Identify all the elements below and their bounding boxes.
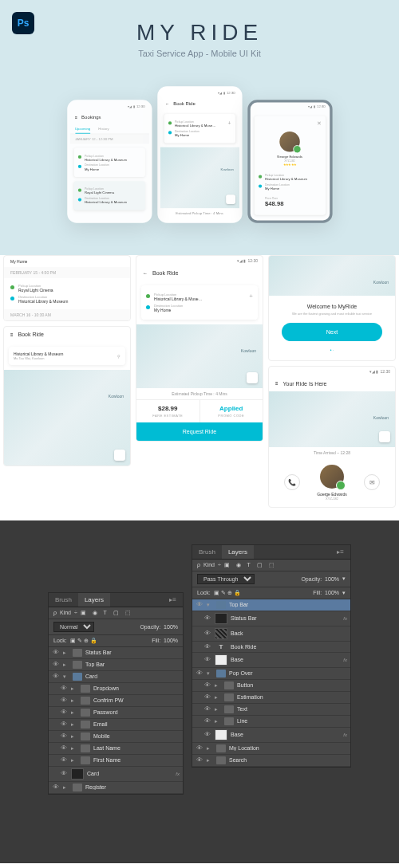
visibility-icon[interactable]: 👁 [203, 643, 211, 650]
visibility-icon[interactable]: 👁 [203, 615, 211, 622]
tab-history[interactable]: History [98, 124, 109, 134]
visibility-icon[interactable]: 👁 [60, 709, 68, 716]
visibility-icon[interactable]: 👁 [203, 731, 211, 738]
layer-row[interactable]: 👁Basefx [192, 653, 350, 668]
layer-row[interactable]: 👁▸Estimation [192, 692, 350, 704]
visibility-icon[interactable]: 👁 [60, 756, 68, 764]
add-icon[interactable]: + [249, 293, 253, 300]
photoshop-icon: Ps [12, 12, 34, 34]
layer-row[interactable]: 👁▸Last Name [49, 743, 183, 755]
map[interactable] [4, 370, 130, 465]
booking-card[interactable]: Pickup LocationRoyal Light Cinema Destin… [73, 181, 144, 210]
visibility-icon[interactable]: 👁 [203, 693, 211, 701]
layer-row[interactable]: 👁▾Card [49, 671, 183, 683]
phone-bookings: ▾◢ ▮12:30 ≡ Bookings Upcoming History JA… [67, 100, 152, 223]
price: $48.98 [265, 200, 283, 207]
search-icon[interactable]: ⚲ [117, 354, 120, 359]
layer-row[interactable]: 👁▸Search [192, 755, 350, 767]
visibility-icon[interactable]: 👁 [203, 656, 211, 663]
close-icon[interactable]: ✕ [317, 120, 322, 127]
visibility-icon[interactable]: 👁 [196, 601, 203, 608]
visibility-icon[interactable]: 👁 [60, 685, 68, 692]
layer-row[interactable]: 👁Cardfx [49, 767, 183, 782]
photoshop-section: Brush Layers ▸≡ ρKind÷ ▣ ◉ T ▢ ⬚ Normal … [0, 520, 399, 863]
search-card[interactable]: Historical Library & MuseumMa Tau Wai, K… [9, 347, 125, 365]
map[interactable] [269, 391, 395, 447]
next-button[interactable]: Next [282, 323, 382, 341]
visibility-icon[interactable]: 👁 [52, 649, 60, 656]
layer-row[interactable]: 👁Basefx [192, 728, 350, 743]
visibility-icon[interactable]: 👁 [203, 705, 211, 713]
menu-icon[interactable]: ≡ [75, 115, 77, 119]
layer-row[interactable]: 👁▸Dropdown [49, 683, 183, 695]
layer-row[interactable]: 👁Back [192, 626, 350, 642]
back-icon[interactable]: ← [165, 101, 169, 105]
visibility-icon[interactable]: 👁 [203, 630, 211, 637]
tab-upcoming[interactable]: Upcoming [75, 124, 90, 134]
visibility-icon[interactable]: 👁 [203, 717, 211, 725]
visibility-icon[interactable]: 👁 [60, 732, 68, 740]
layer-row[interactable]: 👁▸Button [192, 680, 350, 692]
hero-subtitle: Taxi Service App - Mobile UI Kit [0, 49, 399, 58]
layer-row[interactable]: 👁TBook Ride [192, 642, 350, 653]
layer-row[interactable]: 👁▾Top Bar [192, 599, 350, 611]
screen-bookride-full: ▾◢ ▮12:30 ←Book Ride Pickup LocationHist… [136, 255, 263, 442]
visibility-icon[interactable]: 👁 [52, 661, 60, 668]
lock-icons[interactable]: ▣ ✎ ⊕ 🔒 [214, 590, 241, 596]
layer-row[interactable]: 👁▸My Location [192, 743, 350, 755]
layer-row[interactable]: 👁Status Barfx [192, 611, 350, 626]
driver-avatar [320, 465, 344, 489]
visibility-icon[interactable]: 👁 [60, 770, 68, 777]
lock-icons[interactable]: ▣ ✎ ⊕ 🔒 [70, 638, 97, 644]
layer-row[interactable]: 👁▸Confrim PW [49, 695, 183, 707]
booking-card[interactable]: Pickup LocationHistorical Library & Muse… [73, 148, 144, 178]
blend-mode-select[interactable]: Pass Through [197, 574, 255, 584]
blend-mode-select[interactable]: Normal [53, 622, 94, 632]
layer-row[interactable]: 👁▸First Name [49, 755, 183, 767]
layer-filter-icons[interactable]: ▣ ◉ T ▢ ⬚ [224, 562, 277, 568]
back-icon[interactable]: ← [143, 271, 148, 276]
phone-bookride: ▾◢ ▮12:30 ← Book Ride Pickup LocationHis… [157, 86, 242, 223]
visibility-icon[interactable]: 👁 [60, 697, 68, 704]
layer-row[interactable]: 👁▸Password [49, 707, 183, 719]
map[interactable] [136, 324, 263, 388]
layer-row[interactable]: 👁▸Status Bar [49, 647, 183, 659]
visibility-icon[interactable]: 👁 [60, 744, 68, 752]
visibility-icon[interactable]: 👁 [196, 670, 203, 677]
layers-tab[interactable]: Layers [222, 545, 254, 559]
visibility-icon[interactable]: 👁 [203, 681, 211, 689]
layer-filter-icons[interactable]: ▣ ◉ T ▢ ⬚ [81, 610, 133, 616]
visibility-icon[interactable]: 👁 [52, 673, 60, 680]
layer-row[interactable]: 👁▸Top Bar [49, 659, 183, 671]
layer-row[interactable]: 👁▸Register [49, 782, 183, 794]
brush-tab[interactable]: Brush [49, 593, 78, 607]
locate-button[interactable] [226, 194, 235, 204]
locate-button[interactable] [114, 450, 125, 461]
menu-icon[interactable]: ≡ [10, 332, 14, 337]
welcome-text: We are the fastest growing and most reli… [275, 312, 389, 316]
brush-tab[interactable]: Brush [192, 545, 222, 559]
map[interactable] [160, 147, 239, 209]
layer-row[interactable]: 👁▸Line [192, 716, 350, 728]
fare-row: $28.99FARE ESTIMATE AppliedPROMO CODE [136, 399, 263, 422]
locate-button[interactable] [379, 431, 390, 442]
menu-icon[interactable]: ≡ [275, 381, 279, 386]
layer-row[interactable]: 👁▸Text [192, 704, 350, 716]
visibility-icon[interactable]: 👁 [196, 744, 203, 752]
layer-row[interactable]: 👁▸Mobile [49, 731, 183, 743]
panel-menu-icon[interactable]: ▸≡ [330, 545, 350, 559]
visibility-icon[interactable]: 👁 [52, 784, 60, 791]
message-button[interactable]: ✉ [364, 474, 380, 490]
add-icon[interactable]: + [228, 120, 231, 127]
locate-button[interactable] [247, 372, 258, 383]
panel-menu-icon[interactable]: ▸≡ [163, 593, 183, 607]
visibility-icon[interactable]: 👁 [196, 756, 203, 764]
call-button[interactable]: 📞 [284, 474, 300, 490]
screen-title: Bookings [81, 115, 101, 120]
layers-tab[interactable]: Layers [78, 593, 110, 607]
visibility-icon[interactable]: 👁 [60, 721, 68, 728]
layer-row[interactable]: 👁▸Email [49, 719, 183, 731]
request-ride-button[interactable]: Request Ride [136, 422, 263, 441]
layer-row[interactable]: 👁▾Pop Over [192, 668, 350, 680]
map[interactable] [269, 256, 395, 296]
